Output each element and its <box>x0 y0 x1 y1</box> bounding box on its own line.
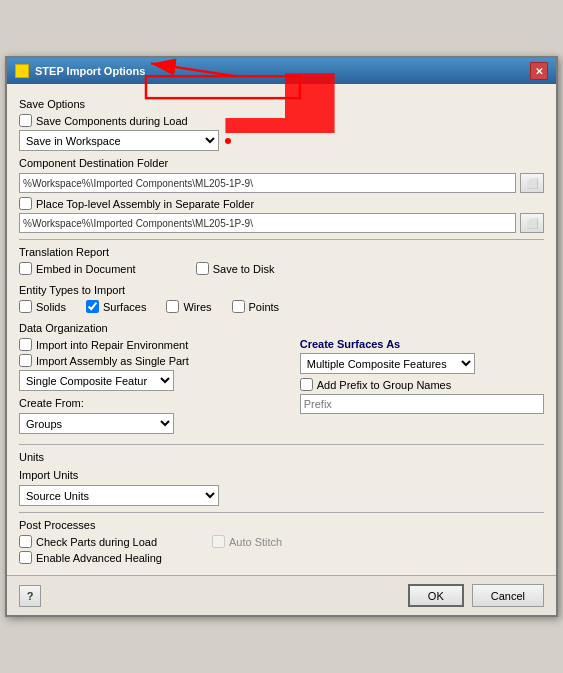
component-path2-input[interactable] <box>19 213 516 233</box>
import-assembly-label: Import Assembly as Single Part <box>36 355 189 367</box>
cancel-button[interactable]: Cancel <box>472 584 544 607</box>
separator-1 <box>19 239 544 240</box>
embed-doc-checkbox[interactable] <box>19 262 32 275</box>
auto-stitch-label: Auto Stitch <box>229 536 282 548</box>
help-button[interactable]: ? <box>19 585 41 607</box>
data-org-content: Import into Repair Environment Import As… <box>19 338 544 438</box>
footer-left: ? <box>19 585 41 607</box>
component-path2-row: ⬜ <box>19 213 544 233</box>
points-label: Points <box>249 301 280 313</box>
check-parts-checkbox[interactable] <box>19 535 32 548</box>
component-destination-label: Component Destination Folder <box>19 157 544 169</box>
title-bar-left: STEP Import Options <box>15 64 145 78</box>
multiple-composite-row: Multiple Composite Features <box>300 353 544 374</box>
component-path-row: ⬜ <box>19 173 544 193</box>
save-workspace-row: Save in Workspace Save in Project Do Not… <box>19 130 544 151</box>
import-repair-checkbox[interactable] <box>19 338 32 351</box>
source-units-dropdown[interactable]: Source Units Millimeters Inches Feet <box>19 485 219 506</box>
translation-checkboxes: Embed in Document Save to Disk <box>19 262 544 278</box>
single-composite-dropdown[interactable]: Single Composite Featur <box>19 370 174 391</box>
component-browse-button[interactable]: ⬜ <box>520 173 544 193</box>
check-parts-label: Check Parts during Load <box>36 536 157 548</box>
points-checkbox[interactable] <box>232 300 245 313</box>
top-level-assembly-row: Place Top-level Assembly in Separate Fol… <box>19 197 544 210</box>
entity-types-checkboxes: Solids Surfaces Wires Points <box>19 300 544 316</box>
save-disk-checkbox[interactable] <box>196 262 209 275</box>
post-processes-content: Check Parts during Load Enable Advanced … <box>19 535 544 567</box>
separator-3 <box>19 512 544 513</box>
import-repair-label: Import into Repair Environment <box>36 339 188 351</box>
translation-report-label: Translation Report <box>19 246 544 258</box>
import-units-label: Import Units <box>19 469 544 481</box>
save-disk-row: Save to Disk <box>196 262 275 275</box>
auto-stitch-row: Auto Stitch <box>212 535 282 548</box>
post-processes-left: Check Parts during Load Enable Advanced … <box>19 535 162 567</box>
auto-stitch-checkbox[interactable] <box>212 535 225 548</box>
surfaces-row: Surfaces <box>86 300 146 313</box>
import-assembly-row: Import Assembly as Single Part <box>19 354 288 367</box>
dialog-title: STEP Import Options <box>35 65 145 77</box>
step-import-dialog: STEP Import Options ✕ Save Options Save … <box>5 56 558 617</box>
multiple-composite-dropdown[interactable]: Multiple Composite Features <box>300 353 475 374</box>
red-dot-indicator <box>225 138 231 144</box>
top-level-assembly-label: Place Top-level Assembly in Separate Fol… <box>36 198 254 210</box>
solids-row: Solids <box>19 300 66 313</box>
top-level-assembly-checkbox[interactable] <box>19 197 32 210</box>
source-units-row: Source Units Millimeters Inches Feet <box>19 485 544 506</box>
import-repair-row: Import into Repair Environment <box>19 338 288 351</box>
solids-label: Solids <box>36 301 66 313</box>
wires-row: Wires <box>166 300 211 313</box>
wires-checkbox[interactable] <box>166 300 179 313</box>
prefix-input[interactable] <box>300 394 544 414</box>
add-prefix-label: Add Prefix to Group Names <box>317 379 452 391</box>
separator-2 <box>19 444 544 445</box>
check-parts-row: Check Parts during Load <box>19 535 162 548</box>
component-path-input[interactable] <box>19 173 516 193</box>
enable-healing-checkbox[interactable] <box>19 551 32 564</box>
data-org-right-col: Create Surfaces As Multiple Composite Fe… <box>300 338 544 414</box>
dialog-body: Save Options Save Components during Load… <box>7 84 556 575</box>
single-composite-row: Single Composite Featur <box>19 370 288 391</box>
points-row: Points <box>232 300 280 313</box>
solids-checkbox[interactable] <box>19 300 32 313</box>
data-org-left-col: Import into Repair Environment Import As… <box>19 338 288 438</box>
dialog-footer: ? OK Cancel <box>7 575 556 615</box>
title-bar: STEP Import Options ✕ <box>7 58 556 84</box>
save-components-label: Save Components during Load <box>36 115 188 127</box>
create-from-label: Create From: <box>19 397 288 409</box>
enable-healing-row: Enable Advanced Healing <box>19 551 162 564</box>
component-browse2-button[interactable]: ⬜ <box>520 213 544 233</box>
save-workspace-dropdown[interactable]: Save in Workspace Save in Project Do Not… <box>19 130 219 151</box>
groups-dropdown[interactable]: Groups <box>19 413 174 434</box>
save-disk-label: Save to Disk <box>213 263 275 275</box>
groups-row: Groups <box>19 413 288 434</box>
wires-label: Wires <box>183 301 211 313</box>
embed-doc-row: Embed in Document <box>19 262 136 275</box>
add-prefix-row: Add Prefix to Group Names <box>300 378 544 391</box>
enable-healing-label: Enable Advanced Healing <box>36 552 162 564</box>
post-processes-right: Auto Stitch <box>212 535 282 551</box>
dialog-icon <box>15 64 29 78</box>
data-org-label: Data Organization <box>19 322 544 334</box>
entity-types-label: Entity Types to Import <box>19 284 544 296</box>
units-label: Units <box>19 451 544 463</box>
post-processes-label: Post Processes <box>19 519 544 531</box>
create-surfaces-label: Create Surfaces As <box>300 338 544 350</box>
ok-button[interactable]: OK <box>408 584 464 607</box>
embed-doc-label: Embed in Document <box>36 263 136 275</box>
surfaces-checkbox[interactable] <box>86 300 99 313</box>
save-components-checkbox[interactable] <box>19 114 32 127</box>
surfaces-label: Surfaces <box>103 301 146 313</box>
close-button[interactable]: ✕ <box>530 62 548 80</box>
import-assembly-checkbox[interactable] <box>19 354 32 367</box>
save-components-row: Save Components during Load <box>19 114 544 127</box>
add-prefix-checkbox[interactable] <box>300 378 313 391</box>
save-options-label: Save Options <box>19 98 544 110</box>
